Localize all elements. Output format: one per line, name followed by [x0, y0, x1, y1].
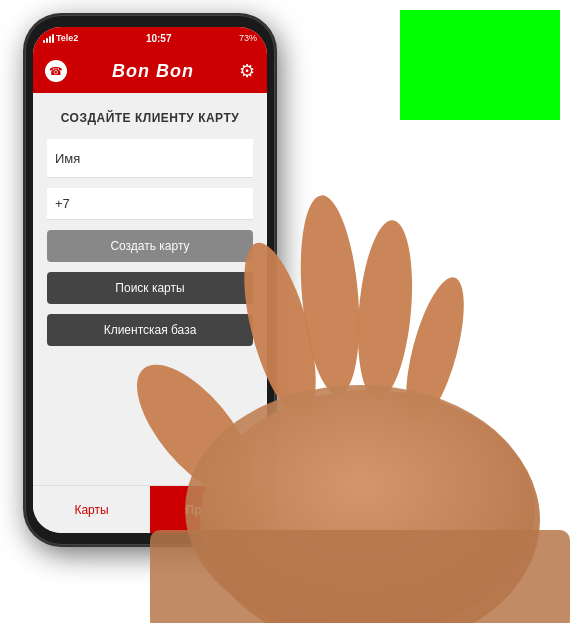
status-right: 73%	[239, 33, 257, 43]
name-input-row: Имя	[47, 139, 253, 178]
nav-maps[interactable]: Карты	[33, 486, 150, 533]
signal-bar-1	[43, 40, 45, 43]
status-time: 10:57	[146, 33, 172, 44]
phone-icon-symbol: ☎	[49, 65, 63, 78]
phone-screen: Tele2 10:57 73% ☎ Bon Bon ⚙ СОЗДАЙТЕ КЛИ…	[33, 27, 267, 533]
name-input[interactable]	[93, 151, 261, 166]
nav-sales[interactable]: Продаж	[150, 486, 267, 533]
settings-icon[interactable]: ⚙	[239, 60, 255, 82]
carrier-label: Tele2	[56, 33, 78, 43]
maps-label: Карты	[74, 503, 108, 517]
battery-label: 73%	[239, 33, 257, 43]
green-rectangle	[400, 10, 560, 120]
name-label: Имя	[55, 151, 85, 166]
app-content: СОЗДАЙТЕ КЛИЕНТУ КАРТУ Имя +7	[33, 93, 267, 485]
signal-bars	[43, 33, 54, 43]
phone-input-row: +7	[47, 188, 253, 220]
app-title: Bon Bon	[112, 61, 194, 82]
status-left: Tele2	[43, 33, 78, 43]
signal-bar-3	[49, 36, 51, 43]
signal-bar-4	[52, 34, 54, 43]
signal-bar-2	[46, 38, 48, 43]
search-card-button[interactable]: Поиск карты	[47, 272, 253, 304]
client-base-button[interactable]: Клиентская база	[47, 314, 253, 346]
phone-input[interactable]	[93, 196, 261, 211]
app-header: ☎ Bon Bon ⚙	[33, 49, 267, 93]
status-bar: Tele2 10:57 73%	[33, 27, 267, 49]
svg-point-4	[351, 218, 418, 402]
bottom-navigation: Карты Продаж	[33, 485, 267, 533]
sales-label: Продаж	[186, 503, 232, 517]
svg-point-5	[394, 272, 475, 428]
phone-shell: Tele2 10:57 73% ☎ Bon Bon ⚙ СОЗДАЙТЕ КЛИ…	[25, 15, 275, 545]
section-title: СОЗДАЙТЕ КЛИЕНТУ КАРТУ	[47, 111, 253, 125]
phone-prefix: +7	[55, 196, 85, 211]
create-card-button[interactable]: Создать карту	[47, 230, 253, 262]
header-phone-icon[interactable]: ☎	[45, 60, 67, 82]
phone-device: Tele2 10:57 73% ☎ Bon Bon ⚙ СОЗДАЙТЕ КЛИ…	[25, 15, 310, 595]
